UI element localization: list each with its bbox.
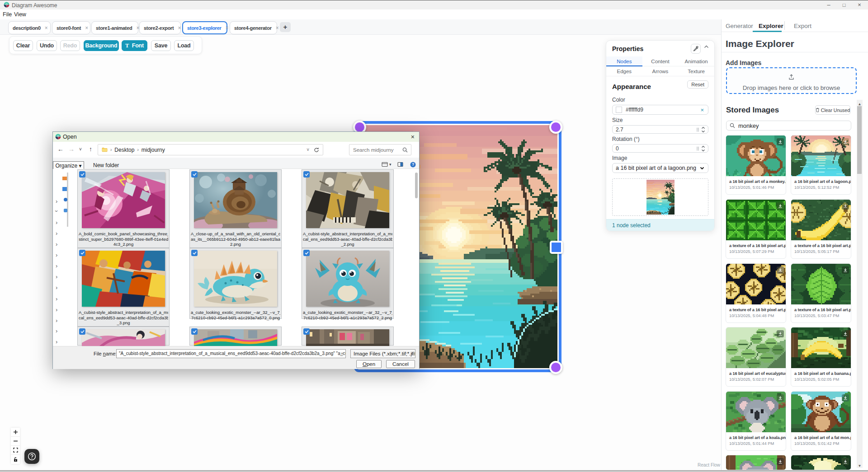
- svg-text:?: ?: [412, 162, 414, 167]
